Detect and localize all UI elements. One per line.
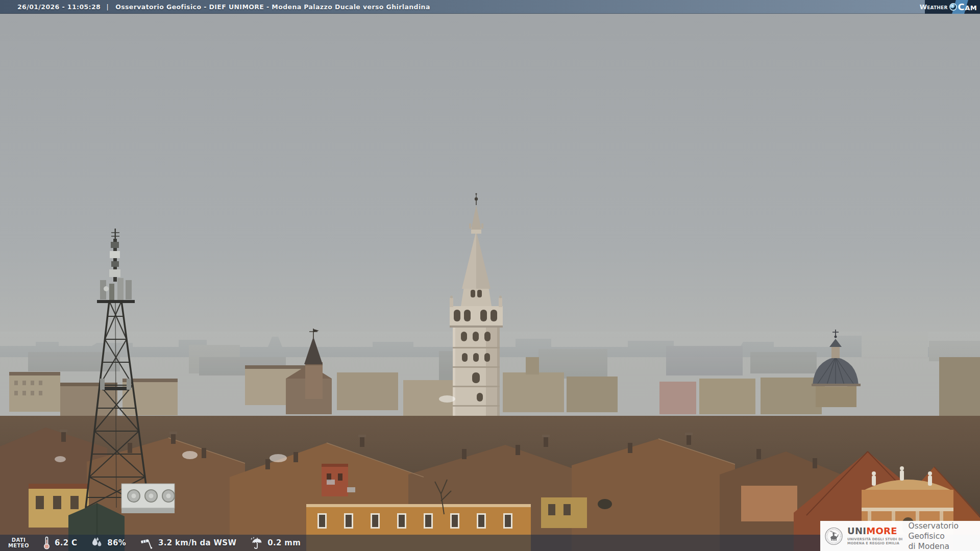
- unimore-crest-logo: [824, 524, 843, 548]
- top-bar: 26/01/2026 - 11:05:28 | Osservatorio Geo…: [0, 0, 980, 14]
- precipitation-metric: 0.2 mm: [250, 537, 301, 549]
- temperature-metric: 6.2 C: [43, 536, 77, 549]
- datetime-label: 26/01/2026 - 11:05:28: [17, 3, 101, 11]
- webcam-title: Osservatorio Geofisico - DIEF UNIMORE - …: [115, 3, 430, 11]
- brand-uni: UNI: [847, 525, 866, 536]
- humidity-drops-icon: [91, 537, 103, 549]
- umbrella-rain-icon: [250, 537, 263, 549]
- webcam-scene: [0, 0, 980, 551]
- wind-metric: 3.2 km/h da WSW: [140, 537, 236, 549]
- separator: |: [106, 3, 109, 11]
- unimore-brand: UNIMORE: [847, 527, 902, 536]
- unimore-credit: UNIMORE UNIVERSITÀ DEGLI STUDI DI MODENA…: [820, 521, 980, 551]
- precipitation-value: 0.2 mm: [267, 538, 301, 547]
- wind-value: 3.2 km/h da WSW: [158, 538, 236, 547]
- camera-lens-icon: [949, 3, 957, 11]
- meteo-data-label: DATI METEO: [8, 537, 29, 548]
- knight-on-horse: [830, 531, 839, 541]
- humidity-value: 86%: [107, 538, 126, 547]
- university-subtitle: UNIVERSITÀ DEGLI STUDI DI MODENA E REGGI…: [847, 537, 902, 545]
- weathercam-word-cam: Cam: [958, 2, 977, 12]
- webcam-view: 26/01/2026 - 11:05:28 | Osservatorio Geo…: [0, 0, 980, 551]
- observatory-name: Osservatorio Geofisico di Modena: [908, 521, 980, 551]
- humidity-metric: 86%: [91, 537, 126, 549]
- wind-sock-icon: [140, 537, 154, 549]
- weathercam-logo: Weather Cam: [925, 0, 980, 14]
- unimore-wordmark: UNIMORE UNIVERSITÀ DEGLI STUDI DI MODENA…: [847, 527, 902, 545]
- brand-more: MORE: [866, 525, 897, 536]
- weathercam-word-weather: Weather: [920, 3, 948, 11]
- temperature-value: 6.2 C: [55, 538, 77, 547]
- thermometer-icon: [43, 536, 51, 549]
